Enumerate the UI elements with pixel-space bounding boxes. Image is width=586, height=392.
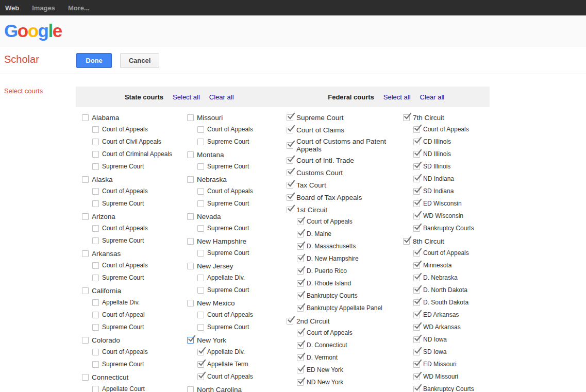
checkbox-checked[interactable] xyxy=(413,287,420,294)
court-label[interactable]: D. Vermont xyxy=(307,354,338,361)
checkbox-checked[interactable] xyxy=(413,336,420,343)
checkbox-checked[interactable] xyxy=(413,361,420,368)
court-label[interactable]: ED Arkansas xyxy=(423,311,459,318)
checkbox-unchecked[interactable] xyxy=(187,300,194,306)
checkbox-checked[interactable] xyxy=(413,139,420,145)
checkbox-checked[interactable] xyxy=(197,349,204,355)
court-label[interactable]: Court of Appeals xyxy=(423,126,469,133)
court-label[interactable]: Court of Appeals xyxy=(102,225,148,232)
checkbox-unchecked[interactable] xyxy=(92,275,99,281)
checkbox-checked[interactable] xyxy=(297,354,304,361)
checkbox-unchecked[interactable] xyxy=(92,126,99,133)
court-label[interactable]: New York xyxy=(197,336,226,344)
court-label[interactable]: Appellate Div. xyxy=(102,299,140,306)
checkbox-unchecked[interactable] xyxy=(197,225,204,232)
court-label[interactable]: Bankruptcy Courts xyxy=(423,225,474,232)
checkbox-unchecked[interactable] xyxy=(92,139,99,145)
checkbox-unchecked[interactable] xyxy=(82,337,89,344)
court-label[interactable]: 7th Circuit xyxy=(413,114,444,122)
court-label[interactable]: Court of Appeals xyxy=(102,126,148,133)
court-label[interactable]: Minnesota xyxy=(423,262,451,269)
checkbox-checked[interactable] xyxy=(287,114,293,121)
court-label[interactable]: WD Wisconsin xyxy=(423,212,463,219)
court-label[interactable]: New Jersey xyxy=(197,262,233,270)
court-label[interactable]: Supreme Court xyxy=(102,200,144,207)
court-label[interactable]: Court of Appeals xyxy=(423,249,469,257)
court-label[interactable]: D. Rhode Island xyxy=(307,280,351,287)
checkbox-checked[interactable] xyxy=(297,255,304,262)
court-label[interactable]: New Mexico xyxy=(197,299,235,307)
court-label[interactable]: D. New Hampshire xyxy=(307,255,359,262)
checkbox-unchecked[interactable] xyxy=(92,361,99,368)
court-label[interactable]: Customs Court xyxy=(296,169,343,177)
checkbox-checked[interactable] xyxy=(413,176,420,182)
court-label[interactable]: Alabama xyxy=(92,114,119,122)
checkbox-unchecked[interactable] xyxy=(92,237,99,244)
checkbox-unchecked[interactable] xyxy=(197,312,204,318)
court-label[interactable]: Court of Customs and Patent Appeals xyxy=(296,138,388,153)
checkbox-checked[interactable] xyxy=(413,163,420,170)
federal-select-all-link[interactable]: Select all xyxy=(383,93,411,101)
checkbox-checked[interactable] xyxy=(297,268,304,275)
checkbox-checked[interactable] xyxy=(413,262,420,269)
court-label[interactable]: ND New York xyxy=(307,379,343,386)
court-label[interactable]: Supreme Court xyxy=(207,225,249,232)
checkbox-checked[interactable] xyxy=(287,157,293,164)
court-label[interactable]: SD Iowa xyxy=(423,348,446,355)
court-label[interactable]: 8th Circuit xyxy=(413,237,444,245)
checkbox-checked[interactable] xyxy=(287,194,293,201)
court-label[interactable]: ND Iowa xyxy=(423,336,447,343)
court-label[interactable]: ED New York xyxy=(307,366,343,373)
federal-clear-all-link[interactable]: Clear all xyxy=(420,93,445,101)
checkbox-checked[interactable] xyxy=(297,379,304,386)
court-label[interactable]: 2nd Circuit xyxy=(296,317,330,325)
checkbox-checked[interactable] xyxy=(297,231,304,237)
court-label[interactable]: Supreme Court xyxy=(207,138,249,145)
court-label[interactable]: Court of Appeal xyxy=(102,311,145,318)
checkbox-unchecked[interactable] xyxy=(82,176,89,183)
checkbox-unchecked[interactable] xyxy=(187,238,194,245)
checkbox-unchecked[interactable] xyxy=(187,213,194,220)
checkbox-unchecked[interactable] xyxy=(197,324,204,331)
checkbox-checked[interactable] xyxy=(287,142,293,149)
checkbox-checked[interactable] xyxy=(297,280,304,287)
checkbox-unchecked[interactable] xyxy=(92,312,99,318)
checkbox-checked[interactable] xyxy=(287,169,293,176)
court-label[interactable]: Supreme Court xyxy=(102,274,144,281)
scholar-brand[interactable]: Scholar xyxy=(4,54,39,65)
court-label[interactable]: CD Illinois xyxy=(423,138,451,145)
court-label[interactable]: D. Connecticut xyxy=(307,342,347,349)
checkbox-checked[interactable] xyxy=(297,305,304,312)
checkbox-unchecked[interactable] xyxy=(197,287,204,294)
nav-images-link[interactable]: Images xyxy=(32,4,55,12)
checkbox-unchecked[interactable] xyxy=(92,324,99,331)
checkbox-checked[interactable] xyxy=(413,373,420,380)
court-label[interactable]: WD Missouri xyxy=(423,373,458,380)
court-label[interactable]: Court of Appeals xyxy=(102,262,148,269)
court-label[interactable]: Court of Appeals xyxy=(102,348,148,355)
checkbox-checked[interactable] xyxy=(413,312,420,318)
court-label[interactable]: Supreme Court xyxy=(102,361,144,368)
court-label[interactable]: ED Missouri xyxy=(423,361,457,368)
checkbox-unchecked[interactable] xyxy=(197,200,204,207)
court-label[interactable]: North Carolina xyxy=(197,386,242,392)
court-label[interactable]: Court of Appeals xyxy=(307,329,353,336)
court-label[interactable]: Court of Claims xyxy=(296,126,344,134)
checkbox-unchecked[interactable] xyxy=(187,176,194,183)
nav-more-link[interactable]: More... xyxy=(68,4,90,12)
court-label[interactable]: Supreme Court xyxy=(102,237,144,244)
court-label[interactable]: Bankruptcy Courts xyxy=(307,292,358,299)
court-label[interactable]: Supreme Court xyxy=(207,286,249,294)
done-button[interactable]: Done xyxy=(76,53,112,68)
checkbox-checked[interactable] xyxy=(297,243,304,250)
checkbox-unchecked[interactable] xyxy=(197,250,204,257)
checkbox-unchecked[interactable] xyxy=(197,139,204,145)
checkbox-checked[interactable] xyxy=(413,386,420,392)
state-select-all-link[interactable]: Select all xyxy=(173,93,200,101)
checkbox-checked[interactable] xyxy=(287,207,293,213)
court-label[interactable]: California xyxy=(92,287,121,295)
court-label[interactable]: Supreme Court xyxy=(296,114,344,122)
court-label[interactable]: Bankruptcy Courts xyxy=(423,385,474,392)
checkbox-unchecked[interactable] xyxy=(187,114,194,121)
checkbox-checked[interactable] xyxy=(413,126,420,133)
